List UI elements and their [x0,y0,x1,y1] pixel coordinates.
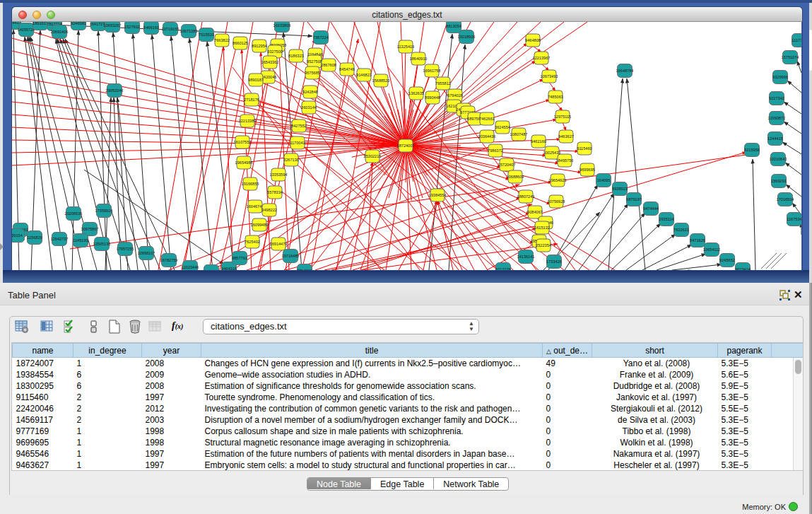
svg-text:18807249: 18807249 [517,194,535,199]
svg-text:16782759: 16782759 [160,258,178,262]
svg-text:12213389: 12213389 [239,119,257,123]
svg-text:16099489: 16099489 [251,223,269,227]
svg-text:10807487: 10807487 [510,132,528,136]
svg-text:8660125: 8660125 [233,41,248,45]
svg-text:1891917: 1891917 [33,22,48,25]
svg-text:1527602: 1527602 [124,25,140,29]
svg-text:9857791: 9857791 [232,256,247,260]
svg-text:10688609: 10688609 [507,175,524,179]
svg-text:9242848: 9242848 [302,90,318,94]
svg-text:7625402: 7625402 [245,240,260,244]
svg-text:2718176: 2718176 [244,98,259,102]
svg-text:20691406: 20691406 [51,30,69,34]
svg-text:9246981: 9246981 [71,22,86,25]
svg-text:11325419: 11325419 [397,45,414,49]
svg-text:18495756: 18495756 [556,158,574,163]
svg-text:164095: 164095 [597,178,611,182]
svg-text:1145193: 1145193 [73,238,88,243]
svg-text:1615132: 1615132 [534,226,550,230]
svg-text:8938923: 8938923 [612,187,628,191]
svg-text:9699695: 9699695 [579,168,595,172]
svg-text:9474444: 9474444 [643,206,659,211]
svg-text:19384554: 19384554 [429,193,447,197]
svg-text:7986372: 7986372 [488,148,503,153]
svg-text:39154: 39154 [12,233,23,238]
svg-text:8471626: 8471626 [690,238,705,243]
svg-text:8186323: 8186323 [288,54,304,58]
svg-text:1569291: 1569291 [771,179,787,183]
svg-text:12942737: 12942737 [51,237,69,241]
svg-text:2935114: 2935114 [659,217,673,221]
svg-text:10973493: 10973493 [541,74,558,78]
svg-text:8454749: 8454749 [339,67,355,71]
svg-text:9115460: 9115460 [577,146,592,151]
svg-text:9084067: 9084067 [527,210,543,214]
svg-text:16648784: 16648784 [616,69,634,73]
svg-text:9227342: 9227342 [769,96,784,100]
svg-text:10719155: 10719155 [162,27,180,31]
svg-text:10654112: 10654112 [703,247,720,252]
svg-text:9623414: 9623414 [735,267,751,270]
svg-text:1362635: 1362635 [408,91,424,95]
svg-text:10653267: 10653267 [104,23,122,28]
svg-text:3624554: 3624554 [495,125,510,129]
svg-text:3675685: 3675685 [305,71,320,75]
svg-text:3498222: 3498222 [261,208,277,212]
svg-text:17016504: 17016504 [777,197,794,201]
svg-text:30975867: 30975867 [81,227,99,231]
svg-text:9464316: 9464316 [221,267,237,270]
svg-text:9464808: 9464808 [525,38,541,42]
svg-text:9462160: 9462160 [531,139,546,144]
svg-text:14055724: 14055724 [18,28,35,32]
svg-text:1167534: 1167534 [787,217,801,221]
svg-text:7955812: 7955812 [435,81,451,86]
svg-text:3267130: 3267130 [283,158,299,162]
svg-text:7515520: 7515520 [199,33,214,37]
svg-text:18724007: 18724007 [397,144,415,148]
svg-text:9327500: 9327500 [267,49,283,54]
svg-text:10025433: 10025433 [543,151,561,155]
svg-text:15751074: 15751074 [782,55,799,59]
svg-text:16961758: 16961758 [423,69,441,73]
svg-text:8990448: 8990448 [425,95,440,100]
svg-text:1117721: 1117721 [792,38,801,42]
svg-text:1733426: 1733426 [546,259,562,264]
svg-text:1244415: 1244415 [767,136,783,141]
svg-text:1156829: 1156829 [27,235,42,240]
svg-text:12093872: 12093872 [768,116,786,120]
svg-text:19654923: 19654923 [549,178,567,182]
svg-text:7485063: 7485063 [548,95,563,99]
svg-text:9329966: 9329966 [772,75,788,79]
svg-text:7663822: 7663822 [214,38,230,42]
svg-text:9245652: 9245652 [719,258,735,262]
svg-text:7714712: 7714712 [297,269,312,270]
svg-text:7957224: 7957224 [313,35,329,40]
svg-text:8912954: 8912954 [252,44,267,48]
svg-text:2867608: 2867608 [321,63,336,67]
svg-text:16543362: 16543362 [261,60,279,64]
svg-text:15720407: 15720407 [498,163,516,167]
svg-text:19166855: 19166855 [242,182,259,186]
svg-text:15716485: 15716485 [282,254,300,258]
svg-text:16107552: 16107552 [234,140,252,144]
svg-text:20206536: 20206536 [65,211,83,216]
svg-text:14136141: 14136141 [517,255,535,259]
svg-text:10671385: 10671385 [180,29,198,33]
svg-text:15688520: 15688520 [372,78,390,83]
svg-text:6794028: 6794028 [447,93,463,98]
svg-text:7632621: 7632621 [673,228,689,232]
svg-text:5578334: 5578334 [267,190,283,194]
svg-text:8127331: 8127331 [204,269,219,270]
svg-text:1170041: 1170041 [290,141,305,145]
svg-text:19654988: 19654988 [235,160,253,165]
svg-text:12213967: 12213967 [533,56,551,60]
svg-text:9890187: 9890187 [248,78,264,82]
svg-text:9527508: 9527508 [307,59,322,64]
svg-text:18640910: 18640910 [410,57,428,61]
svg-text:6879197: 6879197 [626,197,642,201]
svg-text:12023446: 12023446 [182,265,199,269]
svg-text:17957255: 17957255 [117,247,134,251]
svg-text:8813054: 8813054 [446,24,461,28]
svg-text:8215956: 8215956 [744,148,760,152]
svg-text:29053346: 29053346 [106,88,124,93]
